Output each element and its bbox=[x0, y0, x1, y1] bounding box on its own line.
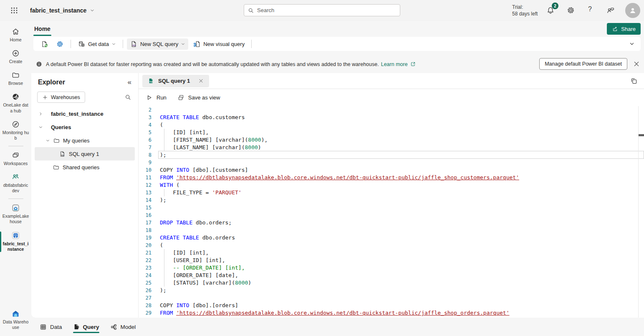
code-lines[interactable]: 23CREATE TABLE dbo.customers4(5 [ID] [in… bbox=[139, 106, 644, 318]
sql-document-icon: SQL bbox=[130, 40, 138, 48]
add-warehouses-button[interactable]: Warehouses bbox=[37, 92, 85, 103]
tree-item-root-warehouse[interactable]: fabric_test_instance bbox=[35, 107, 135, 120]
code-line[interactable]: 18 bbox=[139, 227, 644, 234]
help-icon[interactable]: ? bbox=[588, 5, 592, 13]
nav-rail-item-browse[interactable]: Browse bbox=[0, 68, 31, 89]
code-line[interactable]: 24 [ORDER_DATE] [date], bbox=[139, 272, 644, 279]
tree-item-queries[interactable]: Queries bbox=[35, 120, 135, 134]
code-line[interactable]: 10COPY INTO [dbo].[customers] bbox=[139, 166, 644, 174]
line-number: 21 bbox=[139, 249, 152, 257]
warehouse-item-icon bbox=[11, 231, 20, 240]
code-line[interactable]: 21 [ID] [int], bbox=[139, 249, 644, 257]
feedback-icon[interactable] bbox=[606, 6, 615, 15]
settings-gear-icon[interactable] bbox=[566, 6, 576, 15]
settings-button[interactable] bbox=[53, 38, 67, 50]
tab-data[interactable]: Data bbox=[40, 318, 62, 336]
query-tab[interactable]: SQL SQL query 1 bbox=[142, 75, 209, 87]
code-line[interactable]: 6 [FIRST_NAME] [varchar](8000), bbox=[139, 136, 644, 144]
tab-home[interactable]: Home bbox=[33, 25, 51, 32]
nav-rail-item-onelake-data-hub[interactable]: OneLake data hub bbox=[0, 89, 31, 117]
line-number: 24 bbox=[139, 272, 152, 279]
get-data-button[interactable]: Get data bbox=[75, 38, 119, 50]
refresh-document-button[interactable] bbox=[38, 38, 51, 50]
chevron-down-icon bbox=[181, 42, 185, 46]
play-icon bbox=[146, 94, 153, 101]
share-button[interactable]: Share bbox=[607, 23, 641, 35]
nav-rail-item-fabric-test-instance[interactable]: fabric_test_instance bbox=[0, 228, 31, 255]
code-line[interactable]: 25 [STATUS] [varchar](8000) bbox=[139, 279, 644, 287]
code-line[interactable]: 29FROM 'https://dbtlabsynapsedatalake.bl… bbox=[139, 309, 644, 317]
nav-rail-item-label: Browse bbox=[7, 81, 24, 86]
code-line[interactable]: 17DROP TABLE dbo.orders; bbox=[139, 219, 644, 227]
learn-more-link[interactable]: Learn more bbox=[381, 61, 408, 67]
line-number: 9 bbox=[139, 159, 152, 166]
code-line[interactable]: 23 -- [ORDER_DATE] [int], bbox=[139, 264, 644, 272]
nav-rail-item-home[interactable]: Home bbox=[0, 24, 31, 46]
line-number: 29 bbox=[139, 309, 152, 317]
tab-model[interactable]: Model bbox=[110, 318, 136, 336]
tree-item-shared-queries[interactable]: Shared queries bbox=[35, 160, 135, 174]
code-text: ( bbox=[160, 121, 163, 129]
data-warehouse-icon bbox=[11, 309, 20, 318]
nav-rail-item-create[interactable]: Create bbox=[0, 46, 31, 68]
account-avatar[interactable] bbox=[625, 3, 640, 18]
code-line[interactable]: 27 bbox=[139, 294, 644, 302]
banner-close-icon[interactable] bbox=[632, 60, 641, 68]
save-as-view-button[interactable]: Save as view bbox=[177, 94, 220, 101]
explorer-search-icon[interactable] bbox=[124, 94, 131, 101]
toolbar-expand-chevron-icon[interactable] bbox=[629, 41, 635, 47]
code-line[interactable]: 26); bbox=[139, 287, 644, 294]
tree-item-sql-query-1[interactable]: SQL SQL query 1 bbox=[35, 147, 135, 160]
code-line[interactable]: 13 FILE_TYPE = 'PARQUET' bbox=[139, 189, 644, 196]
app-launcher-waffle-icon[interactable] bbox=[10, 6, 18, 15]
new-visual-query-button[interactable]: New visual query bbox=[190, 38, 247, 50]
nav-rail-item-workspaces[interactable]: Workspaces bbox=[0, 148, 31, 170]
code-line[interactable]: 16 bbox=[139, 211, 644, 219]
code-line[interactable]: 12WITH ( bbox=[139, 181, 644, 189]
code-line[interactable]: 20( bbox=[139, 242, 644, 249]
code-line[interactable]: 14); bbox=[139, 196, 644, 204]
external-link-icon[interactable] bbox=[410, 61, 416, 67]
search-input[interactable] bbox=[257, 7, 397, 13]
code-line[interactable]: 3CREATE TABLE dbo.customers bbox=[139, 114, 644, 121]
nav-rail-item-dbtlabsfabricdev[interactable]: dbtlabsfabricdev bbox=[0, 170, 31, 197]
workspace-switcher[interactable]: fabric_test_instance bbox=[30, 0, 95, 21]
code-line[interactable]: 15 bbox=[139, 204, 644, 211]
tab-query[interactable]: Query bbox=[73, 318, 99, 336]
scrollbar-marker[interactable] bbox=[639, 134, 644, 136]
run-button[interactable]: Run bbox=[146, 94, 167, 101]
code-line[interactable]: 22 [USER_ID] [int], bbox=[139, 257, 644, 264]
code-line[interactable]: 8); bbox=[139, 151, 644, 159]
code-line[interactable]: 4( bbox=[139, 121, 644, 129]
code-line[interactable]: 7 [LAST_NAME] [varchar](8000) bbox=[139, 144, 644, 151]
query-doc-icon bbox=[73, 323, 80, 330]
chevron-down-icon[interactable] bbox=[38, 125, 43, 130]
nav-rail-item-label: Monitoring hub bbox=[1, 130, 30, 141]
code-line[interactable]: 19CREATE TABLE dbo.orders bbox=[139, 234, 644, 242]
code-line[interactable]: 9 bbox=[139, 159, 644, 166]
close-tab-icon[interactable] bbox=[198, 78, 204, 84]
svg-text:SQL: SQL bbox=[132, 44, 136, 46]
manage-default-dataset-button[interactable]: Manage default Power BI dataset bbox=[539, 58, 627, 70]
create-icon bbox=[11, 49, 20, 58]
nav-rail-item-label: dbtlabsfabricdev bbox=[1, 183, 30, 193]
nav-rail-item-data-warehouse[interactable]: Data Warehouse bbox=[0, 306, 31, 333]
line-number: 23 bbox=[139, 264, 152, 272]
code-line[interactable]: 5 [ID] [int], bbox=[139, 129, 644, 136]
code-line[interactable]: 2 bbox=[139, 106, 644, 114]
code-line[interactable]: 28COPY INTO [dbo].[orders] bbox=[139, 302, 644, 309]
svg-text:SQL: SQL bbox=[149, 81, 153, 83]
copy-icon[interactable] bbox=[630, 77, 638, 85]
line-number: 5 bbox=[139, 129, 152, 136]
nav-rail-item-examplelakehouse[interactable]: ExampleLakehouse bbox=[0, 201, 31, 228]
chevron-down-icon[interactable] bbox=[45, 138, 50, 143]
nav-rail-item-monitoring-hub[interactable]: Monitoring hub bbox=[0, 117, 31, 144]
collapse-panel-icon[interactable]: « bbox=[128, 78, 131, 87]
tree-item-my-queries[interactable]: My queries bbox=[35, 134, 135, 147]
editor-scrollbar[interactable] bbox=[638, 106, 639, 318]
chevron-right-icon[interactable] bbox=[38, 112, 43, 116]
new-sql-query-button[interactable]: SQL New SQL query bbox=[127, 38, 188, 50]
editor-tab-row: SQL SQL query 1 bbox=[139, 73, 644, 89]
code-line[interactable]: 11FROM 'https://dbtlabsynapsedatalake.bl… bbox=[139, 174, 644, 181]
global-search[interactable] bbox=[244, 4, 400, 16]
